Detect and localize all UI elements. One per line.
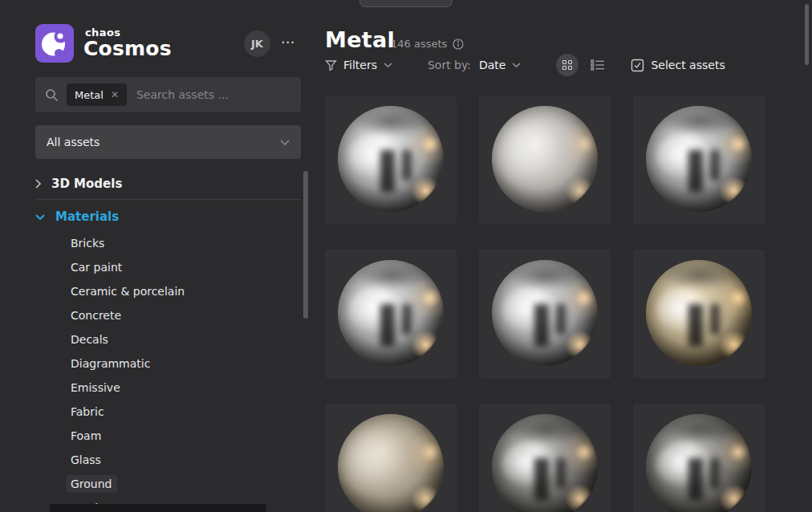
- sidebar-item-fabric[interactable]: Fabric: [71, 400, 185, 424]
- category-label: Foam: [71, 429, 101, 442]
- select-assets-button[interactable]: Select assets: [631, 59, 725, 72]
- asset-tile-dark-polished-steel[interactable]: [479, 404, 611, 512]
- main-content: Metal 146 assets Filters Sort by: Date: [325, 0, 812, 512]
- chip-remove-icon[interactable]: ✕: [111, 89, 119, 100]
- sort-label: Sort by:: [428, 59, 471, 71]
- sidebar-item-3d-models[interactable]: 3D Models: [35, 173, 301, 195]
- grid-view-icon: [562, 60, 572, 70]
- sidebar-item-ground[interactable]: Ground: [71, 472, 185, 496]
- sidebar-item-ceramic-porcelain[interactable]: Ceramic & porcelain: [71, 279, 185, 303]
- material-sphere-preview: [492, 414, 598, 512]
- sidebar-item-materials[interactable]: Materials: [35, 205, 301, 228]
- bottom-window-edge: [50, 504, 266, 512]
- sidebar-scrollbar[interactable]: [303, 171, 308, 319]
- sidebar-item-emissive[interactable]: Emissive: [71, 376, 185, 400]
- sort-dropdown[interactable]: Sort by: Date: [428, 59, 522, 71]
- brand-name-large: Cosmos: [83, 37, 172, 60]
- chevron-down-icon: [512, 63, 521, 67]
- material-sphere-preview: [646, 260, 752, 366]
- asset-tile-polished-steel[interactable]: [633, 95, 765, 224]
- page-scrollbar[interactable]: [805, 4, 809, 65]
- sphere-warm-rim-highlight: [338, 414, 444, 512]
- search-filter-chip[interactable]: Metal ✕: [67, 83, 127, 106]
- category-label: Car paint: [71, 261, 122, 274]
- filters-button[interactable]: Filters: [325, 59, 392, 71]
- collection-dropdown[interactable]: All assets: [35, 125, 301, 159]
- sphere-warm-rim-highlight: [338, 260, 444, 366]
- sphere-warm-rim-highlight: [492, 414, 598, 512]
- material-category-list: BricksCar paintCeramic & porcelainConcre…: [71, 231, 185, 512]
- chevron-down-icon: [35, 214, 45, 220]
- sphere-warm-rim-highlight: [646, 260, 752, 366]
- material-sphere-preview: [338, 414, 444, 512]
- material-sphere-preview: [646, 414, 752, 512]
- chevron-down-icon: [384, 63, 392, 67]
- sidebar-item-foam[interactable]: Foam: [71, 424, 185, 448]
- chip-label: Metal: [75, 89, 104, 101]
- search-icon: [45, 88, 59, 102]
- asset-tile-brushed-aluminum[interactable]: [479, 95, 611, 224]
- material-sphere-preview: [492, 260, 598, 366]
- asset-tile-polished-chrome[interactable]: [325, 95, 457, 224]
- sidebar-item-diagrammatic[interactable]: Diagrammatic: [71, 351, 185, 376]
- select-assets-icon: [631, 59, 644, 72]
- category-label: Fabric: [71, 405, 104, 418]
- filters-label: Filters: [343, 59, 377, 71]
- tree-label: Materials: [55, 209, 119, 224]
- chevron-down-icon: [280, 140, 290, 145]
- category-label: Ground: [66, 475, 117, 493]
- material-sphere-preview: [338, 260, 444, 366]
- category-label: Bricks: [71, 237, 104, 250]
- sidebar-item-bricks[interactable]: Bricks: [71, 231, 185, 255]
- avatar-initials: JK: [251, 38, 263, 50]
- sidebar-item-concrete[interactable]: Concrete: [71, 303, 185, 327]
- asset-count: 146 assets: [391, 38, 464, 50]
- search-input[interactable]: [136, 88, 291, 101]
- category-label: Diagrammatic: [71, 357, 150, 370]
- asset-grid: [325, 95, 812, 512]
- sphere-warm-rim-highlight: [646, 106, 752, 212]
- collection-value: All assets: [47, 136, 99, 148]
- material-sphere-preview: [646, 106, 752, 212]
- sidebar-divider: [35, 199, 301, 200]
- asset-tile-satin-nickel[interactable]: [325, 404, 457, 512]
- asset-tile-dark-polished-steel-2[interactable]: [633, 404, 765, 512]
- sidebar-item-glass[interactable]: Glass: [71, 448, 185, 472]
- sidebar-item-car-paint[interactable]: Car paint: [71, 255, 185, 279]
- category-label: Concrete: [71, 309, 121, 322]
- asset-count-label: 146 assets: [391, 38, 447, 50]
- user-avatar[interactable]: JK: [244, 30, 270, 57]
- select-assets-label: Select assets: [651, 59, 725, 71]
- category-label: Glass: [71, 453, 101, 466]
- app-header: chaos Cosmos JK ⋯: [35, 24, 302, 63]
- asset-tile-polished-chrome-3[interactable]: [479, 250, 611, 378]
- page-title: Metal: [325, 27, 395, 52]
- chevron-right-icon: [35, 179, 41, 189]
- funnel-icon: [325, 59, 337, 71]
- material-sphere-preview: [492, 106, 598, 212]
- list-view-icon: [591, 59, 605, 71]
- overflow-menu-icon[interactable]: ⋯: [281, 34, 295, 50]
- asset-tile-polished-chrome-2[interactable]: [325, 250, 457, 378]
- toolbar: Filters Sort by: Date: [325, 55, 812, 75]
- asset-tile-champagne-gold[interactable]: [633, 250, 765, 378]
- category-label: Decals: [71, 333, 108, 346]
- sidebar: chaos Cosmos JK ⋯ Metal ✕ All assets 3D …: [0, 0, 315, 512]
- sort-value: Date: [479, 59, 505, 71]
- info-icon[interactable]: [453, 39, 464, 50]
- tree-label: 3D Models: [51, 177, 122, 191]
- sphere-warm-rim-highlight: [646, 414, 752, 512]
- grid-view-toggle[interactable]: [556, 54, 579, 76]
- sphere-warm-rim-highlight: [492, 260, 598, 366]
- category-label: Ceramic & porcelain: [71, 285, 185, 298]
- category-label: Emissive: [71, 381, 120, 394]
- chaos-logo-icon[interactable]: [35, 24, 74, 63]
- sphere-warm-rim-highlight: [492, 106, 598, 212]
- search-box[interactable]: Metal ✕: [35, 77, 301, 112]
- material-sphere-preview: [338, 106, 444, 212]
- list-view-toggle[interactable]: [591, 59, 605, 71]
- sidebar-item-decals[interactable]: Decals: [71, 327, 185, 351]
- sphere-warm-rim-highlight: [338, 106, 444, 212]
